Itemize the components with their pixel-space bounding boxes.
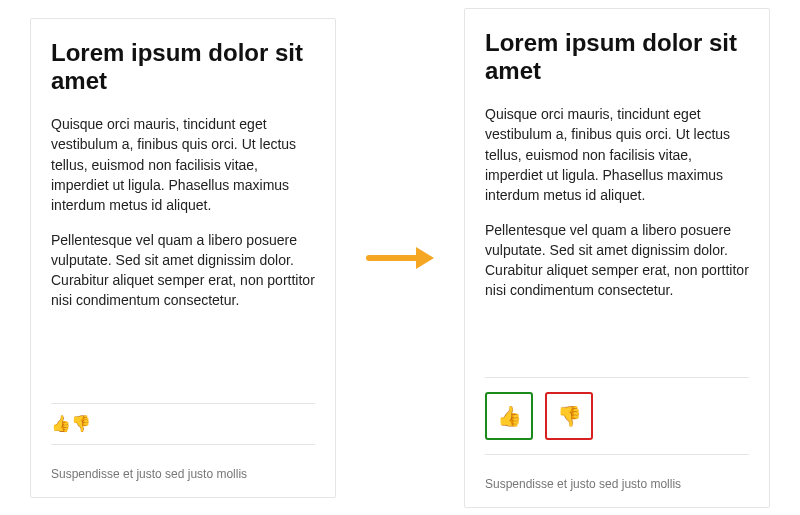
card-paragraph-2: Pellentesque vel quam a libero posuere v… xyxy=(485,220,749,301)
card-paragraph-2: Pellentesque vel quam a libero posuere v… xyxy=(51,230,315,311)
thumbs-up-icon[interactable]: 👍 xyxy=(51,415,71,432)
spacer xyxy=(51,325,315,393)
card-paragraph-1: Quisque orci mauris, tincidunt eget vest… xyxy=(51,114,315,215)
card-paragraph-1: Quisque orci mauris, tincidunt eget vest… xyxy=(485,104,749,205)
card-title: Lorem ipsum dolor sit amet xyxy=(485,29,749,87)
spacer xyxy=(485,315,749,367)
thumbs-up-button[interactable]: 👍 xyxy=(485,392,533,440)
card-footer: Suspendisse et justo sed justo mollis xyxy=(485,477,749,491)
arrow-icon xyxy=(360,247,440,269)
divider xyxy=(51,403,315,404)
card-after: Lorem ipsum dolor sit amet Quisque orci … xyxy=(464,8,770,508)
card-title: Lorem ipsum dolor sit amet xyxy=(51,39,315,97)
card-before: Lorem ipsum dolor sit amet Quisque orci … xyxy=(30,18,336,498)
reactions-inline: 👍👎 xyxy=(51,414,315,434)
divider xyxy=(485,454,749,455)
divider xyxy=(485,377,749,378)
reactions-buttons: 👍 👎 xyxy=(485,388,749,444)
divider xyxy=(51,444,315,445)
thumbs-down-button[interactable]: 👎 xyxy=(545,392,593,440)
thumbs-down-icon[interactable]: 👎 xyxy=(71,415,91,432)
card-footer: Suspendisse et justo sed justo mollis xyxy=(51,467,315,481)
